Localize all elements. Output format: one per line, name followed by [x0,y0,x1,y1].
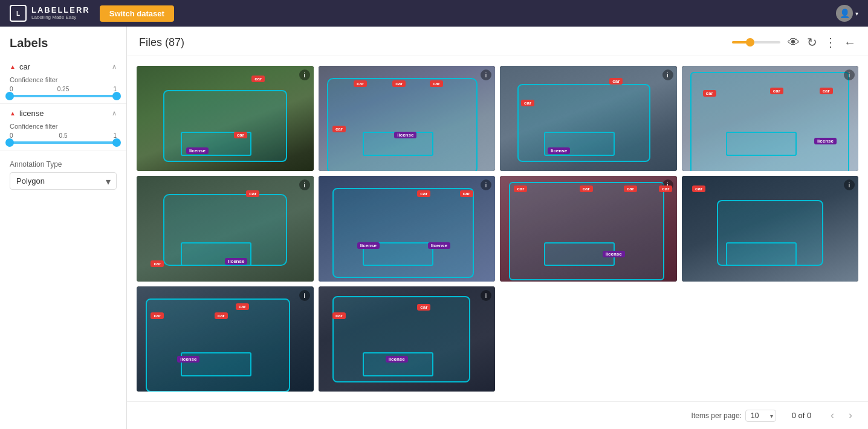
annotation-type-wrapper[interactable]: Polygon BoundingBox Segmentation [10,172,117,190]
label-tag-car: car [770,88,783,94]
slider-thumb-left-license[interactable] [5,138,14,147]
zoom-slider-thumb[interactable] [746,38,754,47]
gallery-item[interactable]: carcarlicensei [500,66,677,171]
footer: Items per page: 10 25 50 100 0 of 0 ‹ › [127,401,868,429]
gallery-item[interactable]: carcarcarcarlicensei [319,66,496,171]
gallery-item[interactable]: carcarcarlicensei [682,66,859,171]
label-tag-car: car [514,185,527,192]
per-page-select[interactable]: 10 25 50 100 [745,410,776,422]
annotation-type-section: Annotation Type Polygon BoundingBox Segm… [0,150,126,199]
gallery-item[interactable]: carcarcarlicensei [137,286,314,392]
label-item-license: ▲ license ∧ Confidence filter 0 0.5 1 [0,104,126,150]
label-tag-car: car [332,312,346,319]
content-header: Files (87) 👁 ↻ ⋮ ← [127,27,868,56]
label-tag-car: car [521,100,534,106]
logo-box: L [10,5,27,22]
labels-title: Labels [0,27,126,57]
label-tag-car: car [417,190,430,197]
logo-area: L LABELLERR Labelling Made Easy [10,5,90,22]
label-tag-car: car [460,190,473,197]
gallery-item[interactable]: cari [682,176,859,281]
slider-thumb-left-car[interactable] [5,92,14,100]
annotation-type-select[interactable]: Polygon BoundingBox Segmentation [10,172,117,190]
label-header-car: ▲ car ∧ [10,62,117,71]
gallery-item[interactable]: carcarcarcarlicensei [500,176,677,281]
gallery-item[interactable]: carcarlicensei [137,66,314,171]
polygon-overlay [690,72,849,171]
visibility-icon[interactable]: 👁 [788,36,800,50]
back-icon[interactable]: ← [844,36,856,50]
triangle-icon-car: ▲ [10,63,16,70]
label-tag-license: license [357,242,380,249]
label-tag-car: car [251,76,265,82]
gallery-item[interactable]: carcarlicensei [137,176,314,281]
label-tag-license: license [177,356,199,363]
per-page-wrapper[interactable]: 10 25 50 100 [745,410,776,422]
info-badge[interactable]: i [299,179,310,190]
logo-text: LABELLERR Labelling Made Easy [31,6,90,20]
label-tag-license: license [548,147,570,154]
label-name-car: car [19,62,30,71]
label-tag-car: car [234,132,247,138]
slider-track-car[interactable] [10,95,117,97]
label-tag-car: car [417,304,430,311]
more-icon[interactable]: ⋮ [824,35,837,50]
header-controls: 👁 ↻ ⋮ ← [732,35,856,50]
user-menu[interactable]: 👤 ▾ [836,5,858,22]
label-tag-license: license [603,251,625,257]
label-tag-license: license [814,138,837,144]
slider-thumb-right-license[interactable] [112,138,121,147]
gallery-item[interactable]: carcarlicenselicensei [319,176,496,281]
label-item-car: ▲ car ∧ Confidence filter 0 0.25 1 [0,57,126,104]
info-badge[interactable]: i [481,69,491,80]
label-tag-car: car [246,190,259,197]
prev-page-button[interactable]: ‹ [827,408,838,423]
refresh-icon[interactable]: ↻ [807,35,817,50]
items-per-page-label: Items per page: [691,411,742,420]
switch-dataset-button[interactable]: Switch dataset [100,5,174,22]
slider-track-license[interactable] [10,141,117,144]
items-per-page: Items per page: 10 25 50 100 [691,410,776,422]
label-tag-car: car [215,312,228,319]
logo-name: LABELLERR [31,6,90,15]
zoom-slider-track[interactable] [732,41,780,44]
info-badge[interactable]: i [844,69,855,80]
label-tag-car: car [580,185,593,192]
label-tag-car: car [820,88,833,94]
label-tag-car: car [236,303,249,310]
gallery-item[interactable]: carcarlicensei [319,286,496,392]
info-badge[interactable]: i [662,69,673,80]
confidence-label-license: Confidence filter [10,123,117,130]
chevron-up-car[interactable]: ∧ [112,63,117,71]
info-badge[interactable]: i [481,290,491,301]
label-header-license: ▲ license ∧ [10,109,117,118]
polygon-overlay [327,78,478,171]
slider-fill-car [10,95,117,97]
slider-thumb-right-car[interactable] [112,92,121,100]
label-tag-car: car [430,80,443,87]
user-dropdown-icon: ▾ [855,10,858,17]
label-name-license: license [19,109,44,118]
triangle-icon-license: ▲ [10,110,16,117]
gallery: carcarlicenseicarcarcarcarlicenseicarcar… [127,56,868,401]
avatar: 👤 [836,5,853,22]
pagination-info: 0 of 0 [783,411,820,420]
confidence-label-car: Confidence filter [10,76,117,83]
label-tag-license: license [428,242,450,249]
zoom-control[interactable] [732,41,780,44]
label-tag-license: license [386,356,408,363]
label-tag-car: car [703,90,716,97]
label-tag-car: car [354,80,367,87]
chevron-up-license[interactable]: ∧ [112,109,117,117]
label-tag-car: car [332,126,346,132]
label-tag-car: car [659,185,672,192]
info-badge[interactable]: i [299,290,310,301]
main-layout: Labels ▲ car ∧ Confidence filter 0 0.25 … [0,27,868,429]
range-values-car: 0 0.25 1 [10,86,117,92]
label-tag-car: car [609,78,623,85]
next-page-button[interactable]: › [845,408,856,423]
polygon-overlay-license [726,242,797,266]
label-tag-car: car [624,185,637,192]
annotation-type-label: Annotation Type [10,160,117,169]
info-badge[interactable]: i [299,69,310,80]
